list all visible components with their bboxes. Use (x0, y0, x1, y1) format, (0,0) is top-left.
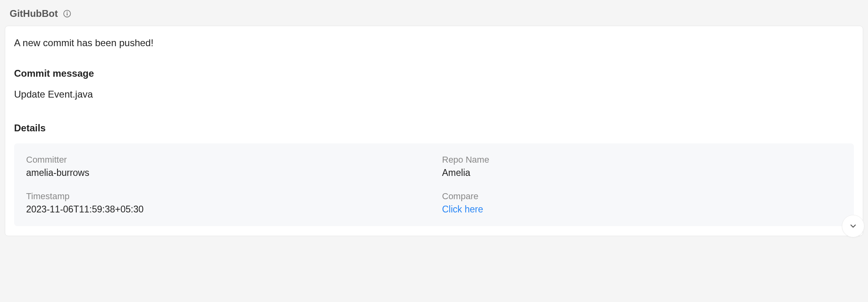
detail-label-repo-name: Repo Name (442, 155, 842, 165)
detail-label-timestamp: Timestamp (26, 191, 426, 202)
svg-rect-2 (67, 13, 68, 16)
detail-repo-name: Repo Name Amelia (442, 155, 842, 178)
detail-committer: Committer amelia-burrows (26, 155, 426, 178)
chevron-down-icon (849, 222, 858, 231)
detail-value-timestamp: 2023-11-06T11:59:38+05:30 (26, 204, 426, 215)
detail-value-repo-name: Amelia (442, 167, 842, 178)
compare-link[interactable]: Click here (442, 204, 842, 215)
detail-timestamp: Timestamp 2023-11-06T11:59:38+05:30 (26, 191, 426, 215)
detail-compare: Compare Click here (442, 191, 842, 215)
details-box: Committer amelia-burrows Repo Name Ameli… (14, 143, 854, 226)
notification-card: A new commit has been pushed! Commit mes… (5, 26, 863, 236)
commit-message-value: Update Event.java (14, 89, 854, 100)
notification-text: A new commit has been pushed! (14, 37, 854, 49)
detail-value-committer: amelia-burrows (26, 167, 426, 178)
bot-name: GitHubBot (10, 8, 58, 19)
commit-message-heading: Commit message (14, 68, 854, 79)
card-header: GitHubBot (5, 5, 863, 26)
expand-button[interactable] (842, 215, 864, 237)
details-heading: Details (14, 122, 854, 134)
info-icon[interactable] (63, 9, 72, 18)
detail-label-compare: Compare (442, 191, 842, 202)
detail-label-committer: Committer (26, 155, 426, 165)
svg-point-1 (67, 12, 68, 12)
